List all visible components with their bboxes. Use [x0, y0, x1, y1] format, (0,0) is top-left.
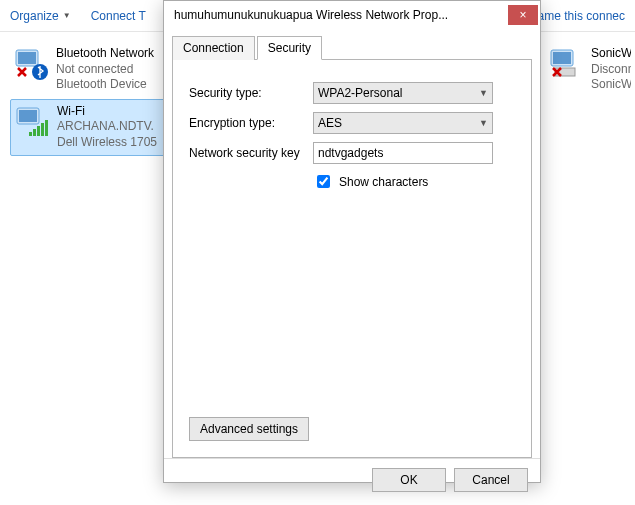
tab-connection[interactable]: Connection: [172, 36, 255, 60]
chevron-down-icon: ▼: [479, 88, 488, 98]
connections-col-right: SonicWALL I Disconnecte SonicWALL I: [545, 42, 635, 158]
network-key-label: Network security key: [189, 146, 313, 160]
svg-rect-8: [41, 123, 44, 136]
svg-rect-5: [29, 132, 32, 136]
connection-item-bluetooth[interactable]: Bluetooth Network Not connected Bluetoot…: [10, 42, 170, 97]
connection-device: SonicWALL I: [591, 77, 631, 93]
close-button[interactable]: ×: [508, 5, 538, 25]
advanced-settings-button[interactable]: Advanced settings: [189, 417, 309, 441]
network-key-row: Network security key: [189, 142, 515, 164]
connection-text: SonicWALL I Disconnecte SonicWALL I: [591, 46, 631, 93]
connection-item-wifi[interactable]: Wi-Fi ARCHANA.NDTV. Dell Wireless 1705: [10, 99, 170, 156]
encryption-type-label: Encryption type:: [189, 116, 313, 130]
connections-col-left: Bluetooth Network Not connected Bluetoot…: [10, 42, 170, 158]
tab-security[interactable]: Security: [257, 36, 322, 60]
encryption-type-row: Encryption type: AES ▼: [189, 112, 515, 134]
connection-name: SonicWALL I: [591, 46, 631, 62]
connection-name: Wi-Fi: [57, 104, 157, 120]
connect-label: Connect T: [91, 9, 146, 23]
chevron-down-icon: ▼: [479, 118, 488, 128]
connection-device: Dell Wireless 1705: [57, 135, 157, 151]
show-characters-label: Show characters: [339, 175, 428, 189]
security-type-select[interactable]: WPA2-Personal ▼: [313, 82, 493, 104]
tabs-container: Connection Security Security type: WPA2-…: [164, 29, 540, 458]
tab-strip: Connection Security: [172, 35, 532, 60]
security-tab-panel: Security type: WPA2-Personal ▼ Encryptio…: [172, 60, 532, 458]
sonicwall-adapter-icon: [549, 46, 585, 82]
organize-label: Organize: [10, 9, 59, 23]
wireless-properties-dialog: humuhumunukunukuapua Wireless Network Pr…: [163, 0, 541, 483]
dialog-footer: OK Cancel: [164, 458, 540, 500]
svg-rect-4: [19, 110, 37, 122]
security-type-label: Security type:: [189, 86, 313, 100]
bluetooth-adapter-icon: [14, 46, 50, 82]
cancel-button[interactable]: Cancel: [454, 468, 528, 492]
show-characters-checkbox[interactable]: [317, 175, 330, 188]
connection-status: ARCHANA.NDTV.: [57, 119, 157, 135]
connection-name: Bluetooth Network: [56, 46, 154, 62]
svg-rect-7: [37, 126, 40, 136]
connect-to-menu[interactable]: Connect T: [91, 9, 146, 23]
security-type-row: Security type: WPA2-Personal ▼: [189, 82, 515, 104]
svg-rect-9: [45, 120, 48, 136]
connection-status: Not connected: [56, 62, 154, 78]
connection-device: Bluetooth Device: [56, 77, 154, 93]
dialog-titlebar[interactable]: humuhumunukunukuapua Wireless Network Pr…: [164, 1, 540, 29]
svg-rect-11: [553, 52, 571, 64]
rename-connection-menu[interactable]: hame this connec: [531, 9, 625, 23]
show-characters-row: Show characters: [313, 172, 515, 191]
svg-rect-1: [18, 52, 36, 64]
encryption-type-select[interactable]: AES ▼: [313, 112, 493, 134]
close-icon: ×: [519, 8, 526, 22]
connection-status: Disconnecte: [591, 62, 631, 78]
svg-rect-6: [33, 129, 36, 136]
dialog-title: humuhumunukunukuapua Wireless Network Pr…: [174, 8, 508, 22]
connection-text: Bluetooth Network Not connected Bluetoot…: [56, 46, 154, 93]
security-type-value: WPA2-Personal: [318, 86, 402, 100]
ok-button[interactable]: OK: [372, 468, 446, 492]
organize-menu[interactable]: Organize ▼: [10, 9, 71, 23]
rename-label: hame this connec: [531, 9, 625, 23]
wifi-adapter-icon: [15, 104, 51, 140]
dropdown-arrow-icon: ▼: [63, 11, 71, 20]
connection-text: Wi-Fi ARCHANA.NDTV. Dell Wireless 1705: [57, 104, 157, 151]
network-key-input[interactable]: [313, 142, 493, 164]
connection-item-sonicwall[interactable]: SonicWALL I Disconnecte SonicWALL I: [545, 42, 635, 97]
encryption-type-value: AES: [318, 116, 342, 130]
